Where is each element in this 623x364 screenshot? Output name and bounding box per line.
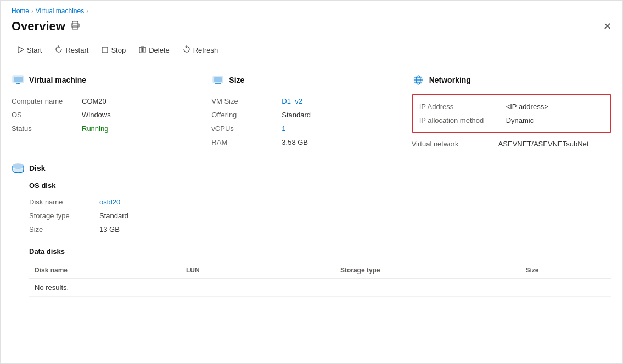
networking-icon (412, 73, 425, 87)
value-storage-type: Standard (99, 212, 128, 220)
close-icon[interactable]: ✕ (603, 20, 611, 32)
value-ip-allocation: Dynamic (506, 116, 534, 124)
stop-button[interactable]: Stop (96, 43, 131, 58)
top-sections: Virtual machine Computer name COM20 OS W… (12, 73, 611, 151)
vm-info-table: Computer name COM20 OS Windows Status Ru… (12, 94, 211, 135)
delete-button[interactable]: Delete (133, 43, 175, 58)
svg-rect-12 (14, 77, 23, 82)
label-status: Status (12, 124, 77, 133)
vm-section-header: Virtual machine (12, 73, 211, 87)
breadcrumb-home[interactable]: Home (12, 7, 29, 15)
svg-point-23 (13, 164, 24, 168)
networking-row-virtual-network: Virtual network ASEVNET/ASEVNETsubNet (412, 137, 611, 151)
restart-icon (55, 46, 63, 55)
label-offering: Offering (211, 111, 277, 119)
size-section-title: Size (229, 76, 244, 84)
breadcrumb: Home › Virtual machines › (1, 1, 622, 17)
data-disks-title: Data disks (29, 247, 611, 255)
disk-content: OS disk Disk name osld20 Storage type St… (12, 181, 611, 297)
refresh-button[interactable]: Refresh (177, 43, 224, 58)
size-icon (211, 73, 224, 87)
networking-row-ip: IP Address <IP address> (419, 100, 604, 113)
data-disks-body: No results. (29, 279, 611, 297)
data-disks-table: Disk name LUN Storage type Size No resul… (29, 262, 611, 297)
info-row-vcpus: vCPUs 1 (211, 122, 411, 135)
networking-section: Networking IP Address <IP address> IP al… (412, 73, 611, 151)
label-computer-name: Computer name (12, 97, 77, 105)
value-vm-size[interactable]: D1_v2 (282, 97, 302, 105)
print-icon[interactable] (71, 21, 80, 32)
table-row-no-results: No results. (29, 279, 611, 297)
start-icon (17, 46, 24, 55)
networking-highlighted-box: IP Address <IP address> IP allocation me… (412, 94, 611, 133)
info-row-status: Status Running (12, 122, 211, 135)
disk-icon (12, 162, 25, 175)
disk-section-header: Disk (12, 162, 611, 175)
value-offering: Standard (282, 111, 311, 119)
svg-rect-5 (102, 47, 108, 53)
networking-row-allocation: IP allocation method Dynamic (419, 113, 604, 127)
info-row-disk-size: Size 13 GB (29, 223, 611, 236)
info-row-storage-type: Storage type Standard (29, 209, 611, 223)
page-header: Overview ✕ (1, 17, 622, 38)
svg-point-24 (13, 168, 24, 173)
disk-section-title: Disk (29, 164, 46, 173)
svg-rect-16 (214, 77, 222, 82)
breadcrumb-sep1: › (31, 8, 33, 14)
value-ip-address: <IP address> (506, 103, 548, 111)
vm-section: Virtual machine Computer name COM20 OS W… (12, 73, 211, 151)
svg-marker-4 (18, 47, 24, 53)
label-ram: RAM (211, 138, 277, 146)
vm-section-title: Virtual machine (29, 76, 86, 84)
label-storage-type: Storage type (29, 212, 95, 220)
label-disk-name: Disk name (29, 198, 95, 206)
label-vm-size: VM Size (211, 97, 277, 105)
info-row-disk-name: Disk name osld20 (29, 195, 611, 209)
info-row-computer-name: Computer name COM20 (12, 94, 211, 108)
value-vcpus[interactable]: 1 (282, 124, 285, 133)
networking-section-header: Networking (412, 73, 611, 87)
page-title: Overview (12, 19, 65, 33)
delete-icon (139, 46, 146, 55)
breadcrumb-vms[interactable]: Virtual machines (36, 7, 85, 15)
value-disk-name[interactable]: osld20 (99, 198, 120, 206)
value-virtual-network: ASEVNET/ASEVNETsubNet (498, 140, 589, 148)
info-row-offering: Offering Standard (211, 108, 411, 122)
data-disks-header: Disk name LUN Storage type Size (29, 262, 611, 279)
col-storage-type: Storage type (296, 262, 482, 279)
value-computer-name: COM20 (82, 97, 106, 105)
no-results-text: No results. (29, 279, 611, 297)
value-os: Windows (82, 111, 111, 119)
label-vcpus: vCPUs (211, 124, 277, 133)
value-ram: 3.58 GB (282, 138, 308, 146)
os-disk-table: Disk name osld20 Storage type Standard S… (29, 195, 611, 236)
header-left: Overview (12, 19, 80, 33)
label-ip-allocation: IP allocation method (419, 116, 502, 124)
svg-point-3 (77, 25, 78, 26)
toolbar: Start Restart Stop Delete Refresh (1, 38, 622, 62)
networking-section-title: Networking (429, 76, 471, 84)
label-disk-size: Size (29, 225, 95, 234)
size-section: Size VM Size D1_v2 Offering Standard vCP… (211, 73, 411, 151)
label-ip-address: IP Address (419, 103, 502, 111)
os-disk-title: OS disk (29, 181, 611, 190)
info-row-vm-size: VM Size D1_v2 (211, 94, 411, 108)
stop-icon (102, 46, 108, 55)
label-virtual-network: Virtual network (412, 140, 494, 148)
col-size: Size (481, 262, 611, 279)
refresh-icon (183, 46, 190, 55)
breadcrumb-sep2: › (86, 8, 88, 14)
restart-button[interactable]: Restart (49, 43, 94, 58)
info-row-os: OS Windows (12, 108, 211, 122)
info-row-ram: RAM 3.58 GB (211, 135, 411, 149)
label-os: OS (12, 111, 77, 119)
col-disk-name: Disk name (29, 262, 120, 279)
value-disk-size: 13 GB (99, 225, 120, 234)
bottom-divider (1, 308, 622, 308)
col-lun: LUN (120, 262, 296, 279)
disk-section: Disk OS disk Disk name osld20 Storage ty… (12, 162, 611, 297)
size-section-header: Size (211, 73, 411, 87)
start-button[interactable]: Start (12, 43, 47, 58)
main-content: Virtual machine Computer name COM20 OS W… (1, 62, 622, 308)
vm-icon (12, 73, 25, 87)
